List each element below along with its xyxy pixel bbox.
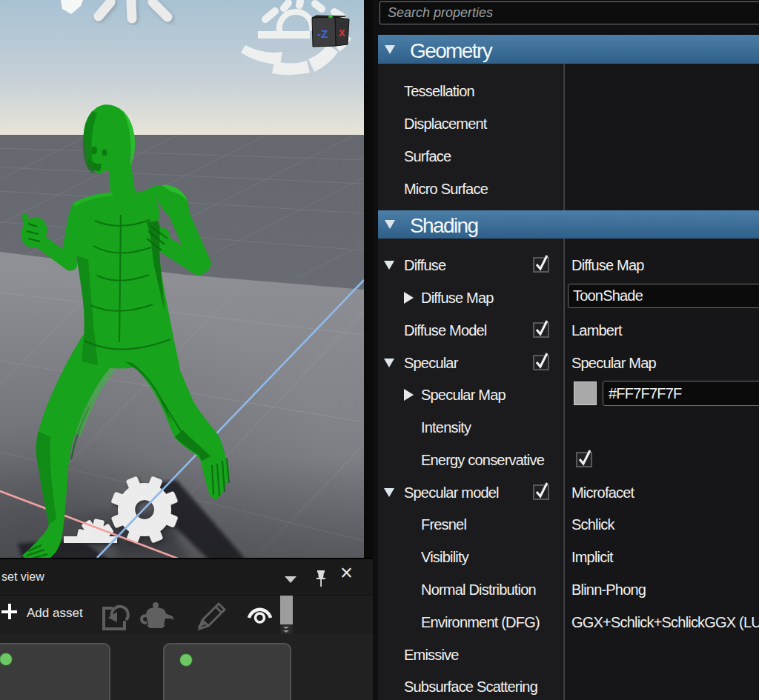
svg-text:-Z: -Z	[317, 27, 328, 40]
svg-text:X: X	[339, 27, 345, 39]
